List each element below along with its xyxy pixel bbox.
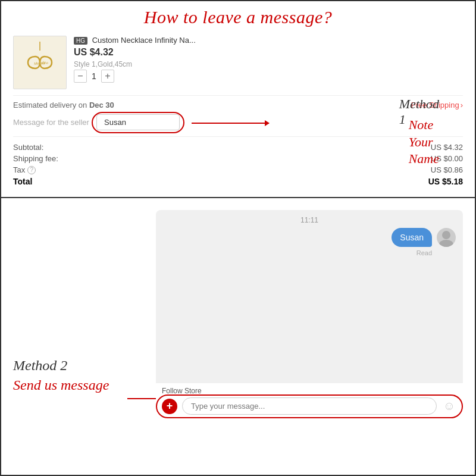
total-label: Total xyxy=(13,177,32,186)
chat-bubble-row: Susan xyxy=(392,228,456,247)
tax-info-icon[interactable]: ? xyxy=(27,166,36,174)
tax-row: Tax ? US $0.86 xyxy=(13,164,463,176)
hg-badge: HG xyxy=(74,37,87,45)
chat-time: 11:11 xyxy=(156,210,463,228)
product-info: HG Custom Necklace Infinity Na... US $4.… xyxy=(74,36,463,83)
product-price: US $4.32 xyxy=(74,47,463,58)
chat-message-input[interactable] xyxy=(182,397,437,415)
follow-store-label: Follow Store xyxy=(162,387,457,395)
top-section: How to leave a message? Melody Anna HG C… xyxy=(1,1,475,198)
message-input-wrapper xyxy=(96,114,180,130)
method1-arrow xyxy=(192,123,269,124)
chat-bottom: Follow Store + ☺ xyxy=(156,383,463,418)
message-row: Message for the seller Method 1 Note You… xyxy=(13,114,463,130)
svg-point-5 xyxy=(439,240,453,247)
emoji-button[interactable]: ☺ xyxy=(441,399,457,414)
price-table: Subtotal: US $4.32 Shipping fee: US $0.0… xyxy=(13,142,463,187)
add-button[interactable]: + xyxy=(162,399,177,414)
quantity-increase-button[interactable]: + xyxy=(101,70,114,83)
quantity-row: − 1 + xyxy=(74,70,463,83)
shipping-row: Shipping fee: US $0.00 xyxy=(13,153,463,164)
chat-input-row: + ☺ xyxy=(162,397,457,415)
delivery-row: Estimated delivery on Dec 30 Free Shippi… xyxy=(13,101,463,109)
quantity-value: 1 xyxy=(92,71,96,81)
delivery-date: Dec 30 xyxy=(89,101,114,109)
message-label: Message for the seller xyxy=(13,118,96,127)
quantity-decrease-button[interactable]: − xyxy=(74,70,87,83)
avatar xyxy=(437,228,456,247)
delivery-label: Estimated delivery on Dec 30 xyxy=(13,101,114,109)
total-row: Total US $5.18 xyxy=(13,176,463,187)
read-label: Read xyxy=(416,249,432,256)
product-row: Melody Anna HG Custom Necklace Infinity … xyxy=(13,36,463,89)
product-title: HG Custom Necklace Infinity Na... xyxy=(74,36,463,45)
chat-bubble: Susan xyxy=(392,228,432,247)
subtotal-row: Subtotal: US $4.32 xyxy=(13,142,463,153)
shipping-fee-label: Shipping fee: xyxy=(13,154,58,163)
method1-subtitle: Note Your Name xyxy=(409,117,439,168)
chat-panel: 11:11 Susan Read Follow Store + ☺ xyxy=(156,210,463,418)
product-image: Melody Anna xyxy=(13,36,67,89)
divider-1 xyxy=(13,95,463,96)
method2-title: Method 2 xyxy=(13,358,144,374)
divider-2 xyxy=(13,136,463,137)
svg-point-4 xyxy=(442,231,450,239)
method2-subtitle: Send us message xyxy=(13,376,144,394)
total-value: US $5.18 xyxy=(428,177,463,186)
subtotal-label: Subtotal: xyxy=(13,143,43,152)
chat-messages: Susan Read xyxy=(156,228,463,383)
tax-label: Tax ? xyxy=(13,165,36,174)
message-for-seller-input[interactable] xyxy=(96,114,180,130)
main-title: How to leave a message? xyxy=(13,7,463,27)
bottom-section: Method 2 Send us message 11:11 Susan Rea… xyxy=(1,198,475,430)
method2-area: Method 2 Send us message xyxy=(13,210,144,418)
product-style: Style 1,Gold,45cm xyxy=(74,60,463,68)
